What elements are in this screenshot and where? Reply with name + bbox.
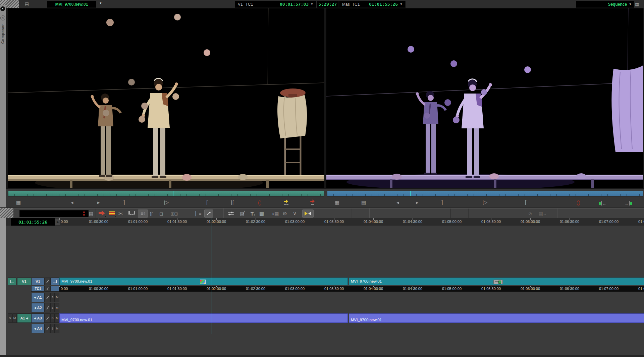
- title-tool-icon[interactable]: T+: [249, 210, 257, 218]
- add-edit-scissors-icon[interactable]: ✂: [118, 210, 123, 218]
- record-step-backward-icon[interactable]: ◂: [396, 198, 399, 206]
- source-mark-out-icon[interactable]: ]: [123, 198, 125, 206]
- master-timecode-box[interactable]: Mas TC1 01:01:55:26 ▼: [339, 1, 406, 8]
- composer-window-menu-icon[interactable]: ▾: [0, 6, 5, 11]
- trim-left-icon[interactable]: ][: [150, 210, 153, 218]
- video-clip[interactable]: MVI_9700.new.01: [59, 278, 348, 285]
- timeline-playhead[interactable]: [212, 218, 212, 334]
- source-mark-clip-icon[interactable]: ][: [231, 198, 234, 206]
- record-fast-menu-icon[interactable]: ▦: [335, 198, 339, 206]
- record-mark-out-icon[interactable]: ]: [441, 198, 443, 206]
- source-position-indicator[interactable]: [173, 191, 173, 196]
- source-clip-title-box[interactable]: MVI_9700.new.01: [47, 1, 96, 8]
- a2-tool-cell[interactable]: [45, 303, 50, 312]
- record-track-v1[interactable]: V1: [31, 278, 45, 285]
- source-a1-mute-button[interactable]: M: [12, 313, 17, 323]
- source-track-a1[interactable]: A1◀: [17, 313, 31, 323]
- a2-solo-button[interactable]: S: [50, 303, 55, 312]
- trim-box-icon[interactable]: ◻: [159, 210, 163, 218]
- record-match-frame-icon[interactable]: ▤: [361, 198, 366, 206]
- source-tc-dropdown-icon[interactable]: ▼: [311, 3, 313, 6]
- effect-mode-sliders-icon[interactable]: [227, 210, 234, 218]
- timeline-ruler[interactable]: 0:0001:00:30:0001:01:00:0001:01:30:0001:…: [6, 218, 644, 226]
- source-step-forward-icon[interactable]: ▸: [97, 198, 100, 206]
- trim-mode-icon[interactable]: [128, 210, 136, 218]
- clip-film-icon[interactable]: ▤: [25, 1, 29, 6]
- extract-icon[interactable]: [283, 199, 289, 205]
- composer-corner-grip[interactable]: [6, 0, 19, 8]
- source-play-icon[interactable]: ▷: [164, 198, 169, 206]
- composer-close-icon[interactable]: ✕: [0, 15, 5, 20]
- timeline-segment-mode-button[interactable]: ≡§: [138, 210, 148, 218]
- v1-monitor-cell[interactable]: [50, 278, 59, 285]
- record-track-a3[interactable]: ◀A3: [31, 313, 45, 323]
- source-duration-box[interactable]: 5:29:27: [317, 1, 339, 8]
- output-icon[interactable]: ▤→: [538, 210, 547, 218]
- effect-editor-icon[interactable]: ▤╱: [238, 210, 246, 218]
- a4-tool-cell[interactable]: [45, 324, 50, 333]
- a1-tool-cell[interactable]: [45, 293, 50, 302]
- render-ranges-icon[interactable]: ⊘: [528, 210, 532, 218]
- record-monitor[interactable]: [326, 8, 643, 188]
- sequence-title-box[interactable]: Sequence ▼: [576, 1, 634, 8]
- record-clear-marks-icon[interactable]: [577, 200, 580, 205]
- record-position-bar[interactable]: [327, 191, 643, 196]
- a3-mute-button[interactable]: M: [55, 313, 59, 323]
- a4-solo-button[interactable]: S: [50, 324, 55, 333]
- timeline-view-grid-icon[interactable]: ▦: [635, 2, 639, 7]
- timeline-ruler-row[interactable]: 01:01:55:26 ▶ 0:0001:00:30:0001:01:00:00…: [6, 218, 644, 226]
- go-to-previous-event-icon[interactable]: ←: [599, 200, 606, 206]
- audio-clip[interactable]: MVI_9700.new.01: [59, 313, 348, 323]
- source-record-toggle-icon[interactable]: ▤: [89, 210, 93, 218]
- record-track-a1[interactable]: ◀A1: [31, 293, 45, 302]
- record-step-forward-icon[interactable]: ▸: [416, 198, 419, 206]
- timeline-tc-entry-display[interactable]: [19, 210, 89, 217]
- a4-mute-button[interactable]: M: [55, 324, 59, 333]
- color-correction-effect-icon[interactable]: [200, 280, 206, 284]
- audio-gain-curve-icon[interactable]: ∨: [293, 210, 297, 218]
- window-resize-grip[interactable]: [0, 0, 6, 5]
- composer-tab[interactable]: Composer: [1, 24, 5, 44]
- record-play-icon[interactable]: ▷: [483, 198, 487, 206]
- record-mark-in-icon[interactable]: [: [525, 198, 526, 206]
- splice-in-button[interactable]: [108, 210, 116, 218]
- timeline-corner-grip[interactable]: [0, 208, 13, 218]
- source-step-backward-icon[interactable]: ◂: [71, 198, 73, 206]
- record-position-indicator[interactable]: [410, 191, 411, 196]
- a1-mute-button[interactable]: M: [55, 293, 59, 302]
- marker-icon[interactable]: ▏≡: [196, 210, 202, 218]
- smart-tool-button[interactable]: [302, 210, 314, 218]
- source-track-v1[interactable]: V1: [17, 278, 31, 285]
- a2-mute-button[interactable]: M: [55, 303, 59, 312]
- audio-clip[interactable]: MVI_9700.new.01: [349, 313, 644, 323]
- motion-adapter-effect-icon[interactable]: [493, 280, 503, 284]
- v1-lock-tool-cell[interactable]: [45, 278, 50, 285]
- lift-icon[interactable]: [309, 199, 316, 205]
- record-track-tc1[interactable]: TC1: [31, 286, 45, 292]
- source-a1-solo-button[interactable]: S: [8, 313, 12, 323]
- source-clear-marks-icon[interactable]: [258, 200, 261, 205]
- source-video-monitor-cell[interactable]: [8, 278, 16, 285]
- video-clip[interactable]: MVI_9700.new.01: [349, 278, 644, 285]
- overwrite-button[interactable]: [98, 210, 106, 218]
- render-effect-icon[interactable]: ⊘: [283, 210, 287, 218]
- source-title-dropdown-icon[interactable]: ▼: [99, 2, 102, 5]
- source-position-bar[interactable]: [8, 191, 324, 196]
- tc1-tool-cell[interactable]: [45, 286, 50, 292]
- tc1-monitor-cell[interactable]: [50, 286, 59, 292]
- a3-solo-button[interactable]: S: [50, 313, 55, 323]
- focus-button[interactable]: [204, 210, 213, 218]
- source-fast-menu-icon[interactable]: ▦: [16, 198, 21, 206]
- a3-tool-cell[interactable]: [45, 313, 50, 323]
- source-monitor[interactable]: [8, 8, 324, 188]
- grid-keyframe-icon[interactable]: ▩: [259, 210, 264, 218]
- record-track-a4[interactable]: ◀A4: [31, 324, 45, 333]
- source-mark-in-icon[interactable]: [: [206, 198, 208, 206]
- go-to-next-event-icon[interactable]: →: [625, 200, 632, 206]
- motion-effect-icon[interactable]: ▸▤: [271, 210, 280, 218]
- record-track-a2[interactable]: ◀A2: [31, 303, 45, 312]
- sequence-dropdown-icon[interactable]: ▼: [629, 3, 632, 6]
- master-tc-dropdown-icon[interactable]: ▼: [400, 3, 402, 6]
- source-timecode-box[interactable]: V1 TC1 00:01:57:03 ▼: [235, 1, 316, 8]
- tc1-ruler-strip[interactable]: 0:0001:00:30:0001:01:00:0001:01:30:0001:…: [59, 286, 644, 292]
